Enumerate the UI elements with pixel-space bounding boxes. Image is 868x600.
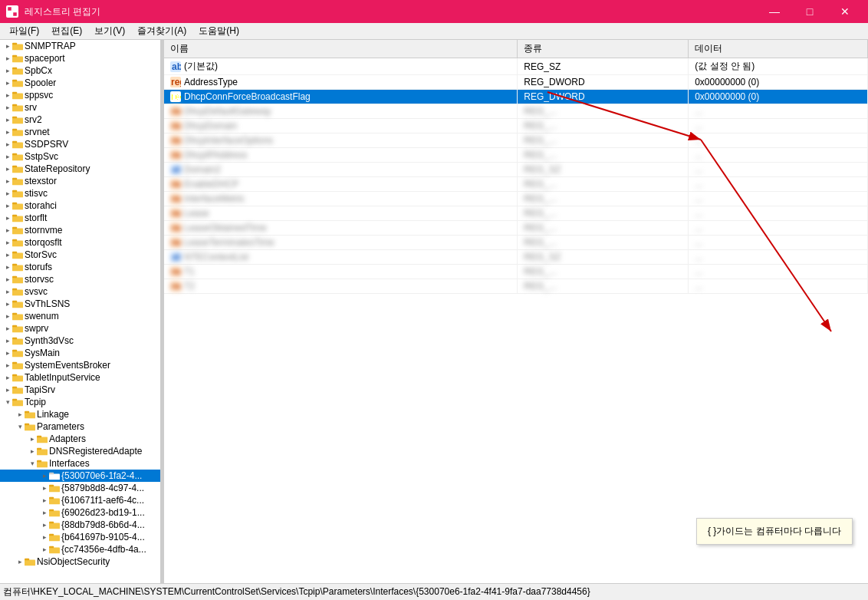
table-row[interactable]: reg LeaseObtainedTimeREG_......: [164, 221, 868, 236]
menu-item-e[interactable]: 편집(E): [45, 23, 88, 39]
tree-item[interactable]: ▸ storflt: [0, 212, 160, 224]
tree-item[interactable]: ▸ StorSvc: [0, 249, 160, 261]
tree-item[interactable]: ▸ SpbCx: [0, 64, 160, 77]
tree-item[interactable]: ▸ stornvme: [0, 224, 160, 236]
tree-expander-icon[interactable]: ▸: [40, 496, 49, 504]
tree-item[interactable]: ▸ Adapters: [0, 433, 160, 445]
tree-item[interactable]: ▸ {610671f1-aef6-4c...: [0, 494, 160, 506]
tree-item[interactable]: ▸ swenum: [0, 310, 160, 322]
tree-item[interactable]: ▸ {cc74356e-4dfb-4a...: [0, 543, 160, 555]
tree-item[interactable]: ▸ storahci: [0, 199, 160, 212]
tree-expander-icon[interactable]: ▸: [15, 558, 25, 565]
tree-expander-icon[interactable]: ▾: [28, 460, 37, 467]
table-row[interactable]: reg DhcpDomainREG_......: [164, 119, 868, 134]
tree-item[interactable]: ▸ {530070e6-1fa2-4...: [0, 470, 160, 482]
tree-expander-icon[interactable]: ▾: [3, 398, 12, 406]
tree-expander-icon[interactable]: ▸: [3, 361, 12, 369]
table-row[interactable]: reg DhcpInterfaceOptionsREG_......: [164, 134, 868, 148]
tree-expander-icon[interactable]: ▸: [3, 140, 12, 148]
tree-expander-icon[interactable]: ▸: [40, 546, 49, 553]
tree-expander-icon[interactable]: ▸: [3, 300, 12, 308]
tree-expander-icon[interactable]: ▸: [28, 447, 37, 455]
tree-expander-icon[interactable]: ▸: [3, 153, 12, 160]
tree-item[interactable]: ▸ swprv: [0, 322, 160, 335]
table-row[interactable]: ab (기본값)REG_SZ(값 설정 안 됨): [164, 58, 868, 75]
tree-item[interactable]: ▸ storufs: [0, 261, 160, 273]
tree-expander-icon[interactable]: ▸: [3, 202, 12, 209]
tree-item[interactable]: ▸ {88db79d8-6b6d-4...: [0, 519, 160, 531]
tree-expander-icon[interactable]: ▸: [3, 214, 12, 222]
tree-expander-icon[interactable]: ▸: [3, 177, 12, 185]
minimize-button[interactable]: —: [758, 0, 791, 23]
table-row[interactable]: reg AddressTypeREG_DWORD0x00000000 (0): [164, 75, 868, 90]
table-row[interactable]: reg EnableDHCPREG_......: [164, 177, 868, 192]
tree-item[interactable]: ▸ Spooler: [0, 77, 160, 89]
tree-item[interactable]: ▾ Interfaces: [0, 457, 160, 470]
tree-item[interactable]: ▸ TapiSrv: [0, 384, 160, 396]
tree-item[interactable]: ▸ Synth3dVsc: [0, 335, 160, 347]
tree-item[interactable]: ▸ DNSRegisteredAdapte: [0, 445, 160, 457]
tree-item[interactable]: ▸ StateRepository: [0, 163, 160, 175]
tree-expander-icon[interactable]: ▸: [3, 165, 12, 173]
table-row[interactable]: reg DhcpDefaultGatewayREG_......: [164, 104, 868, 119]
tree-expander-icon[interactable]: ▸: [3, 275, 12, 283]
tree-item[interactable]: ▸ {b641697b-9105-4...: [0, 531, 160, 543]
tree-item[interactable]: ▸ {5879b8d8-4c97-4...: [0, 482, 160, 494]
tree-expander-icon[interactable]: ▸: [28, 435, 37, 443]
tree-expander-icon[interactable]: ▸: [40, 472, 49, 480]
tree-expander-icon[interactable]: ▸: [3, 104, 12, 111]
tree-item[interactable]: ▸ srv: [0, 101, 160, 114]
tree-item[interactable]: ▸ SSDPSRV: [0, 138, 160, 150]
menu-item-a[interactable]: 즐겨찾기(A): [131, 23, 192, 39]
tree-expander-icon[interactable]: ▸: [3, 374, 12, 381]
tree-item[interactable]: ▸ stisvc: [0, 187, 160, 199]
tree-item[interactable]: ▸ spaceport: [0, 52, 160, 64]
table-row[interactable]: reg DhcpIPAddressREG_......: [164, 148, 868, 163]
close-button[interactable]: ✕: [828, 0, 862, 23]
tree-item[interactable]: ▸ SstpSvc: [0, 150, 160, 163]
table-row[interactable]: ab NTEContextListREG_SZ...: [164, 250, 868, 265]
tree-expander-icon[interactable]: ▸: [3, 116, 12, 124]
table-row[interactable]: ab Domain2REG_SZ...: [164, 163, 868, 177]
table-row[interactable]: reg DhcpConnForceBroadcastFlagREG_DWORD0…: [164, 90, 868, 104]
tree-item[interactable]: ▸ SvThLSNS: [0, 298, 160, 310]
table-row[interactable]: reg InterfaceMetricREG_......: [164, 192, 868, 206]
tree-item[interactable]: ▸ TabletInputService: [0, 371, 160, 384]
tree-expander-icon[interactable]: ▸: [3, 288, 12, 295]
menu-item-f[interactable]: 파일(F): [3, 23, 45, 39]
tree-item[interactable]: ▾ Parameters: [0, 420, 160, 433]
tree-expander-icon[interactable]: ▸: [3, 42, 12, 50]
tree-item[interactable]: ▸ svsvc: [0, 285, 160, 298]
table-row[interactable]: reg LeaseREG_......: [164, 206, 868, 221]
tree-expander-icon[interactable]: ▸: [40, 521, 49, 529]
tree-expander-icon[interactable]: ▸: [3, 226, 12, 234]
tree-item[interactable]: ▸ SNMPTRAP: [0, 40, 160, 52]
tree-item[interactable]: ▸ stexstor: [0, 175, 160, 187]
tree-item[interactable]: ▸ SystemEventsBroker: [0, 359, 160, 371]
tree-expander-icon[interactable]: ▸: [3, 337, 12, 345]
tree-item[interactable]: ▸ NsiObjectSecurity: [0, 555, 160, 568]
tree-item[interactable]: ▾ Tcpip: [0, 396, 160, 408]
tree-expander-icon[interactable]: ▸: [40, 533, 49, 541]
tree-expander-icon[interactable]: ▸: [15, 410, 25, 418]
menu-item-h[interactable]: 도움말(H): [192, 23, 245, 39]
table-row[interactable]: reg T2REG_......: [164, 279, 868, 294]
tree-expander-icon[interactable]: ▾: [15, 423, 25, 430]
tree-expander-icon[interactable]: ▸: [40, 484, 49, 492]
tree-item[interactable]: ▸ sppsvc: [0, 89, 160, 101]
tree-expander-icon[interactable]: ▸: [3, 54, 12, 62]
maximize-button[interactable]: □: [793, 0, 827, 23]
tree-item[interactable]: ▸ srvnet: [0, 126, 160, 138]
tree-expander-icon[interactable]: ▸: [3, 251, 12, 259]
tree-item[interactable]: ▸ {69026d23-bd19-1...: [0, 506, 160, 519]
table-row[interactable]: reg T1REG_......: [164, 265, 868, 279]
tree-expander-icon[interactable]: ▸: [3, 325, 12, 332]
tree-expander-icon[interactable]: ▸: [3, 349, 12, 357]
tree-item[interactable]: ▸ Linkage: [0, 408, 160, 420]
tree-expander-icon[interactable]: ▸: [3, 386, 12, 394]
tree-expander-icon[interactable]: ▸: [3, 91, 12, 99]
tree-expander-icon[interactable]: ▸: [3, 263, 12, 271]
tree-expander-icon[interactable]: ▸: [3, 190, 12, 197]
tree-expander-icon[interactable]: ▸: [3, 67, 12, 74]
menu-item-v[interactable]: 보기(V): [88, 23, 131, 39]
